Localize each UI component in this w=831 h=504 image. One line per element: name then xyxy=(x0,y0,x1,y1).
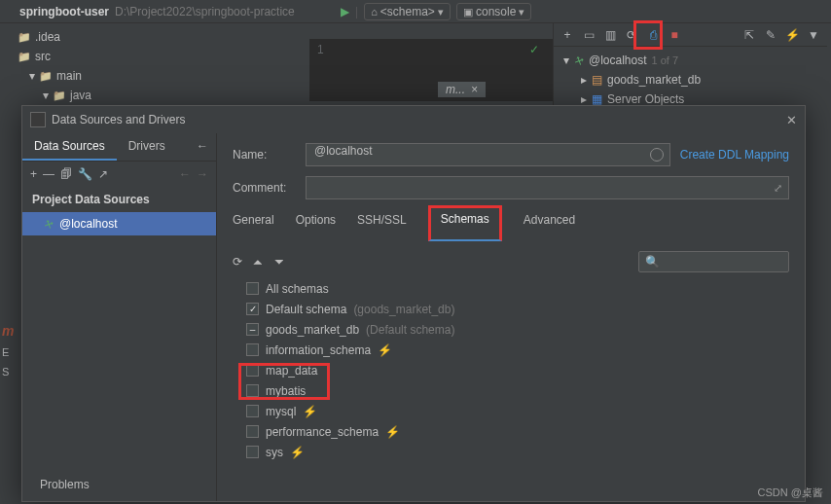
schema-default[interactable]: Default schema xyxy=(266,303,346,316)
datasource-icon: ⤧ xyxy=(42,216,56,233)
folder-icon xyxy=(18,30,31,44)
wrench-icon[interactable]: 🔧 xyxy=(78,167,92,181)
db-icon[interactable]: ▭ xyxy=(579,25,598,45)
project-name: springboot-user xyxy=(19,5,109,18)
dialog-title: Data Sources and Drivers xyxy=(52,113,185,126)
tree-main[interactable]: main xyxy=(56,69,82,83)
watermark: CSDN @桌酱 xyxy=(758,486,823,500)
expand-icon[interactable]: ↗ xyxy=(98,167,108,181)
server-objects-icon: ▦ xyxy=(592,92,602,106)
color-badge-icon[interactable] xyxy=(650,148,664,162)
create-ddl-mapping-link[interactable]: Create DDL Mapping xyxy=(680,148,789,162)
tree-src[interactable]: src xyxy=(35,50,51,63)
schema-gmdb[interactable]: goods_market_db xyxy=(266,323,359,337)
checkbox-partial[interactable] xyxy=(246,323,259,336)
sidebar-stub[interactable]: E xyxy=(2,346,14,358)
schema-map[interactable]: map_data xyxy=(266,364,317,378)
checkbox[interactable] xyxy=(246,384,259,397)
tree-idea[interactable]: .idea xyxy=(35,30,60,44)
project-path: D:\Project2022\springboot-practice xyxy=(115,5,295,18)
sidebar-stub[interactable]: m xyxy=(2,323,14,339)
db-item[interactable]: Server Objects xyxy=(607,92,684,106)
check-icon: ✓ xyxy=(529,43,539,56)
bolt-icon: ⚡ xyxy=(378,343,392,357)
schema-sys[interactable]: sys xyxy=(266,446,283,459)
tab-drivers[interactable]: Drivers xyxy=(117,133,177,161)
undo-icon[interactable]: ← xyxy=(179,167,191,181)
bolt-icon[interactable]: ⚡ xyxy=(782,25,802,45)
refresh-icon[interactable]: ⟳ xyxy=(233,255,242,269)
filter2-icon[interactable]: ▼ xyxy=(804,25,823,45)
redo-icon[interactable]: → xyxy=(197,167,208,181)
run-icon[interactable]: ▶ xyxy=(341,5,349,18)
copy-icon[interactable]: 🗐 xyxy=(60,167,72,181)
chevron-right-icon[interactable]: ▸ xyxy=(581,73,587,87)
refresh-icon[interactable]: ⟳ xyxy=(622,25,641,45)
bolt-icon: ⚡ xyxy=(290,446,305,459)
checkbox[interactable] xyxy=(246,425,259,438)
tab-general[interactable]: General xyxy=(233,209,274,241)
schema-perf[interactable]: performance_schema xyxy=(266,425,379,439)
schema-mysql[interactable]: mysql xyxy=(266,405,296,418)
name-input[interactable]: @localhost xyxy=(306,143,670,166)
name-label: Name: xyxy=(233,148,296,162)
schema-search-input[interactable]: 🔍 xyxy=(638,251,789,272)
filter-icon[interactable]: ▥ xyxy=(600,25,620,45)
db-item[interactable]: goods_market_db xyxy=(607,73,701,87)
stop-icon[interactable]: ■ xyxy=(665,25,684,45)
expand-icon[interactable]: ⤢ xyxy=(774,182,782,195)
comment-input[interactable]: ⤢ xyxy=(306,176,789,199)
problems-tab[interactable]: Problems xyxy=(22,468,216,501)
editor-tab[interactable]: m...× xyxy=(438,82,486,97)
chevron-right-icon[interactable]: ▸ xyxy=(581,92,587,106)
tab-ssh[interactable]: SSH/SSL xyxy=(357,209,407,241)
checkbox[interactable] xyxy=(246,364,259,377)
schema-mybatis[interactable]: mybatis xyxy=(266,384,306,398)
chevron-left-icon[interactable]: ← xyxy=(189,133,216,161)
schema-selector[interactable]: ⌂ <schema> ▾ xyxy=(364,3,451,20)
folder-icon xyxy=(53,89,66,102)
collapse-icon[interactable]: ⏶ xyxy=(252,255,264,269)
close-icon[interactable]: ✕ xyxy=(786,113,797,127)
chevron-down-icon[interactable]: ▾ xyxy=(43,89,49,102)
section-project-ds: Project Data Sources xyxy=(22,187,216,212)
schemas-toolbar-icon[interactable]: ⎙ xyxy=(643,25,663,45)
schema-icon: ▤ xyxy=(592,73,602,87)
db-localhost[interactable]: @localhost xyxy=(589,54,647,67)
tab-options[interactable]: Options xyxy=(296,209,336,241)
checkbox[interactable] xyxy=(246,446,259,458)
tab-schemas[interactable]: Schemas xyxy=(428,205,502,241)
close-icon[interactable]: × xyxy=(471,83,478,96)
add-icon[interactable]: + xyxy=(558,25,577,45)
folder-icon xyxy=(39,69,53,83)
divider: | xyxy=(355,5,358,18)
edit-icon[interactable]: ✎ xyxy=(761,25,780,45)
checkbox-checked[interactable] xyxy=(246,303,259,315)
hint: (goods_market_db) xyxy=(353,303,454,316)
comment-label: Comment: xyxy=(233,181,296,195)
expand-icon[interactable]: ⏷ xyxy=(273,255,285,269)
remove-icon[interactable]: — xyxy=(43,167,54,181)
ds-localhost[interactable]: ⤧@localhost xyxy=(22,212,216,235)
chevron-down-icon[interactable]: ▾ xyxy=(563,54,569,67)
checkbox[interactable] xyxy=(246,405,259,417)
folder-icon xyxy=(18,50,31,63)
intellij-icon xyxy=(30,112,46,127)
bolt-icon: ⚡ xyxy=(385,425,400,439)
jump-icon[interactable]: ⇱ xyxy=(740,25,759,45)
checkbox[interactable] xyxy=(246,282,259,295)
console-selector[interactable]: ▣ console ▾ xyxy=(456,3,532,20)
datasource-icon: ⤧ xyxy=(572,53,587,69)
tab-advanced[interactable]: Advanced xyxy=(524,209,575,241)
schema-all[interactable]: All schemas xyxy=(266,282,329,296)
schema-info[interactable]: information_schema xyxy=(266,343,371,357)
hint: (Default schema) xyxy=(366,323,454,337)
sidebar-stub[interactable]: S xyxy=(2,366,14,378)
search-icon: 🔍 xyxy=(645,255,660,269)
tab-data-sources[interactable]: Data Sources xyxy=(22,133,117,161)
chevron-down-icon[interactable]: ▾ xyxy=(29,69,35,83)
tree-java[interactable]: java xyxy=(70,89,91,102)
data-sources-dialog: Data Sources and Drivers ✕ Data Sources … xyxy=(21,105,806,502)
add-icon[interactable]: + xyxy=(30,167,37,181)
checkbox[interactable] xyxy=(246,343,259,356)
